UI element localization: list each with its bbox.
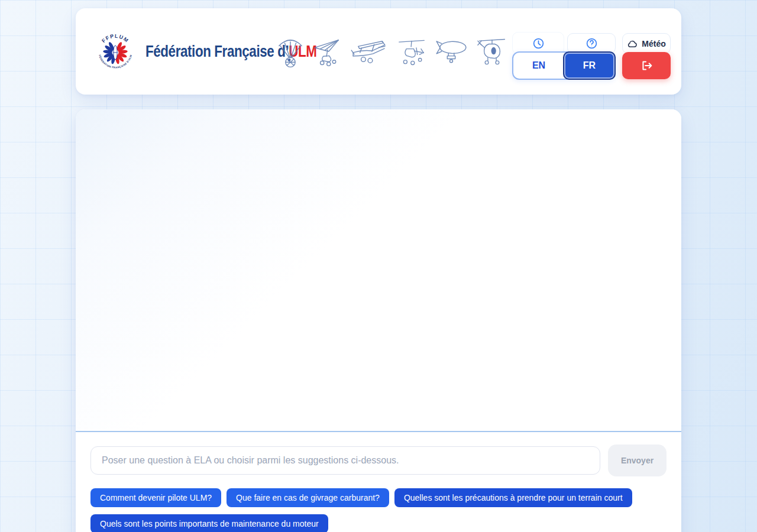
help-button[interactable] [567, 33, 616, 54]
language-option-fr[interactable]: FR [563, 51, 616, 80]
question-input[interactable] [90, 446, 600, 475]
cloud-icon [627, 40, 638, 48]
weight-shift-trike-icon [313, 35, 341, 68]
meteo-button-label: Météo [642, 39, 665, 48]
fixed-wing-airplane-icon [350, 37, 389, 66]
question-circle-icon [585, 37, 598, 50]
suggestion-chip-1[interactable]: Comment devenir pilote ULM? [90, 488, 221, 507]
suggestion-chip-4[interactable]: Quels sont les points importants de main… [90, 514, 328, 532]
autogyro-icon [398, 35, 425, 68]
suggestion-chips: Comment devenir pilote ULM? Que faire en… [76, 476, 681, 532]
header-controls: Météo EN FR [511, 8, 678, 95]
meteo-button[interactable]: Météo [622, 33, 671, 54]
logout-icon [639, 58, 654, 73]
paramotor-icon [277, 34, 304, 69]
header-card: FFPLUM FÉDÉRATION FRANÇAISE D'ULM Fédéra… [76, 8, 681, 95]
airship-icon [434, 38, 468, 64]
ffplum-logo-icon: FFPLUM FÉDÉRATION FRANÇAISE D'ULM [93, 30, 137, 73]
send-button[interactable]: Envoyer [608, 445, 667, 476]
ulm-class-icons [277, 8, 507, 95]
language-toggle: EN FR [512, 51, 616, 80]
clock-icon [532, 37, 545, 50]
helicopter-icon [477, 35, 507, 68]
composer: Envoyer [76, 432, 681, 476]
site-title-prefix: Fédération Française d’ [145, 42, 289, 60]
logout-button[interactable] [622, 52, 671, 79]
suggestion-chip-2[interactable]: Que faire en cas de givrage carburant? [227, 488, 389, 507]
language-option-en[interactable]: EN [513, 53, 564, 79]
chat-card: Envoyer Comment devenir pilote ULM? Que … [76, 109, 681, 532]
suggestion-chip-3[interactable]: Quelles sont les précautions à prendre p… [394, 488, 632, 507]
chat-messages-area [76, 109, 681, 432]
